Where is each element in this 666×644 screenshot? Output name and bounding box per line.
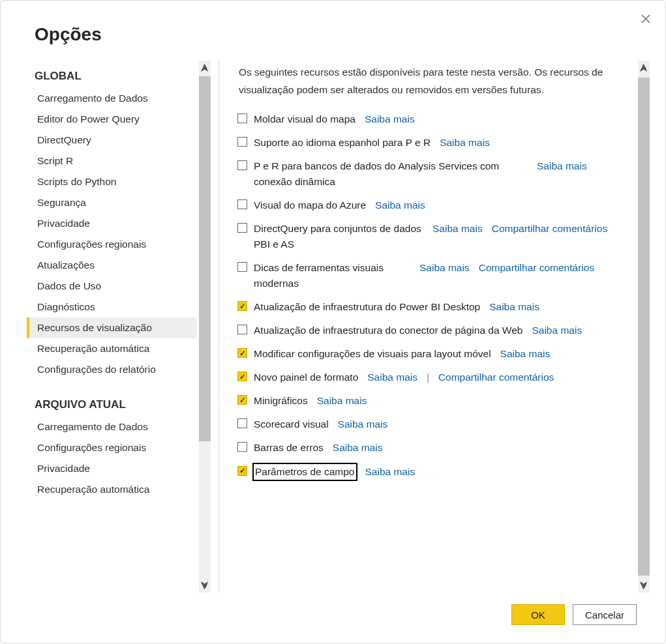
sidebar-section-global: GLOBAL [27,66,196,88]
learn-more-link[interactable]: Saiba mais [365,113,415,125]
checkbox-directquery-pbi-as[interactable] [237,223,247,233]
scroll-down-icon[interactable]: ⮟ [199,578,211,593]
checkbox-shape-map[interactable] [237,113,247,123]
checkbox-field-parameters[interactable] [237,466,247,476]
checkbox-desktop-infra[interactable] [237,301,247,311]
options-dialog: Opções GLOBAL Carregamento de Dados Edit… [0,0,666,644]
preview-description: Os seguintes recursos estão disponíveis … [235,61,625,108]
nav-file-data-load[interactable]: Carregamento de Dados [27,417,196,437]
checkbox-error-bars[interactable] [237,442,247,452]
close-icon[interactable] [638,11,654,27]
feature-label: Minigráficos [254,393,308,409]
feature-field-parameters: Parâmetros de campo Saiba mais [235,460,625,484]
checkbox-new-format-pane[interactable] [237,372,247,381]
nav-global-power-query[interactable]: Editor do Power Query [27,109,196,130]
feature-label: Visual do mapa do Azure [254,198,366,213]
checkbox-mobile-layout[interactable] [237,348,247,358]
checkbox-azure-map[interactable] [237,199,247,209]
nav-global-data-load[interactable]: Carregamento de Dados [27,88,196,109]
checkbox-qna-as-live[interactable] [237,160,247,170]
feature-label: Atualização de infraestrutura do conecto… [254,323,522,338]
learn-more-link[interactable]: Saiba mais [432,223,483,235]
nav-global-preview-features[interactable]: Recursos de visualização [27,317,196,338]
feature-label: Scorecard visual [254,417,329,432]
nav-global-regional[interactable]: Configurações regionais [27,234,196,255]
learn-more-link[interactable]: Saiba mais [317,395,367,407]
sidebar-scroll-thumb[interactable] [199,76,211,441]
nav-global-security[interactable]: Segurança [27,192,196,213]
feature-label: Modificar configurações de visuais para … [254,346,491,362]
feature-scorecard: Scorecard visual Saiba mais [235,413,625,436]
feature-label: Atualização de infraestrutura do Power B… [254,299,480,315]
nav-file-privacy[interactable]: Privacidade [27,458,196,479]
feature-web-connector-infra: Atualização de infraestrutura do conecto… [235,319,625,342]
feature-spanish-qna: Suporte ao idioma espanhol para P e R Sa… [235,131,625,154]
learn-more-link[interactable]: Saiba mais [537,160,587,172]
learn-more-link[interactable]: Saiba mais [375,199,425,211]
sidebar-section-file: ARQUIVO ATUAL [27,394,196,417]
learn-more-link[interactable]: Saiba mais [365,466,416,478]
nav-global-updates[interactable]: Atualizações [27,255,196,276]
feature-shape-map: Moldar visual do mapa Saiba mais [235,108,625,131]
share-feedback-link[interactable]: Compartilhar comentários [492,223,607,235]
nav-global-python[interactable]: Scripts do Python [27,171,196,192]
nav-global-r-script[interactable]: Script R [27,151,196,171]
checkbox-spanish-qna[interactable] [237,137,247,147]
nav-global-privacy[interactable]: Privacidade [27,213,196,234]
nav-global-autorecovery[interactable]: Recuperação automática [27,338,196,359]
learn-more-link[interactable]: Saiba mais [419,262,470,274]
feature-modern-tooltips: Dicas de ferramentas visuais modernas Sa… [235,256,625,295]
feature-label: DirectQuery para conjuntos de dados PBI … [254,221,423,252]
scroll-down-icon[interactable]: ⮟ [638,578,650,593]
feature-azure-map: Visual do mapa do Azure Saiba mais [235,194,625,217]
feature-label: P e R para bancos de dados do Analysis S… [254,158,528,190]
nav-global-diagnostics[interactable]: Diagnósticos [27,297,196,317]
feature-sparklines: Minigráficos Saiba mais [235,389,625,413]
nav-global-usage-data[interactable]: Dados de Uso [27,276,196,297]
learn-more-link[interactable]: Saiba mais [532,325,582,336]
feature-label: Dicas de ferramentas visuais modernas [254,260,410,291]
checkbox-web-connector-infra[interactable] [237,325,247,334]
scroll-up-icon[interactable]: ⮝ [638,61,650,75]
vertical-divider [219,61,219,593]
content-panel: Os seguintes recursos estão disponíveis … [231,61,638,593]
dialog-title: Opções [1,1,665,61]
feature-label: Barras de erros [254,440,324,456]
cancel-button[interactable]: Cancelar [573,604,637,625]
sidebar-scrollbar[interactable]: ⮝ ⮟ [199,61,211,593]
feature-directquery-pbi-as: DirectQuery para conjuntos de dados PBI … [235,217,625,256]
learn-more-link[interactable]: Saiba mais [338,418,388,430]
share-feedback-link[interactable]: Compartilhar comentários [438,372,554,383]
feature-desktop-infra: Atualização de infraestrutura do Power B… [235,295,625,319]
feature-label: Moldar visual do mapa [254,111,356,127]
dialog-footer: OK Cancelar [1,593,665,643]
feature-mobile-layout: Modificar configurações de visuais para … [235,342,625,366]
feature-label: Suporte ao idioma espanhol para P e R [254,135,431,151]
learn-more-link[interactable]: Saiba mais [440,137,490,149]
nav-global-report-settings[interactable]: Configurações do relatório [27,359,196,380]
ok-button[interactable]: OK [511,604,565,625]
content-scrollbar[interactable]: ⮝ ⮟ [638,61,650,593]
feature-error-bars: Barras de erros Saiba mais [235,436,625,460]
content-scroll-thumb[interactable] [638,78,650,576]
feature-label: Novo painel de formato [254,370,358,385]
nav-global-directquery[interactable]: DirectQuery [27,130,196,151]
dialog-body: GLOBAL Carregamento de Dados Editor do P… [1,61,665,593]
separator-pipe: | [427,372,429,383]
share-feedback-link[interactable]: Compartilhar comentários [479,262,594,274]
checkbox-sparklines[interactable] [237,395,247,405]
sidebar: GLOBAL Carregamento de Dados Editor do P… [27,61,199,593]
sidebar-wrap: GLOBAL Carregamento de Dados Editor do P… [1,61,211,593]
scroll-up-icon[interactable]: ⮝ [199,61,211,75]
learn-more-link[interactable]: Saiba mais [500,348,551,360]
learn-more-link[interactable]: Saiba mais [367,372,417,383]
nav-file-regional[interactable]: Configurações regionais [27,437,196,458]
content-wrap: Os seguintes recursos estão disponíveis … [231,61,650,593]
checkbox-scorecard[interactable] [237,418,247,428]
learn-more-link[interactable]: Saiba mais [333,442,383,454]
feature-label: Parâmetros de campo [254,464,356,480]
nav-file-autorecovery[interactable]: Recuperação automática [27,479,196,500]
checkbox-modern-tooltips[interactable] [237,262,247,272]
learn-more-link[interactable]: Saiba mais [489,301,539,313]
feature-new-format-pane: Novo painel de formato Saiba mais | Comp… [235,366,625,389]
